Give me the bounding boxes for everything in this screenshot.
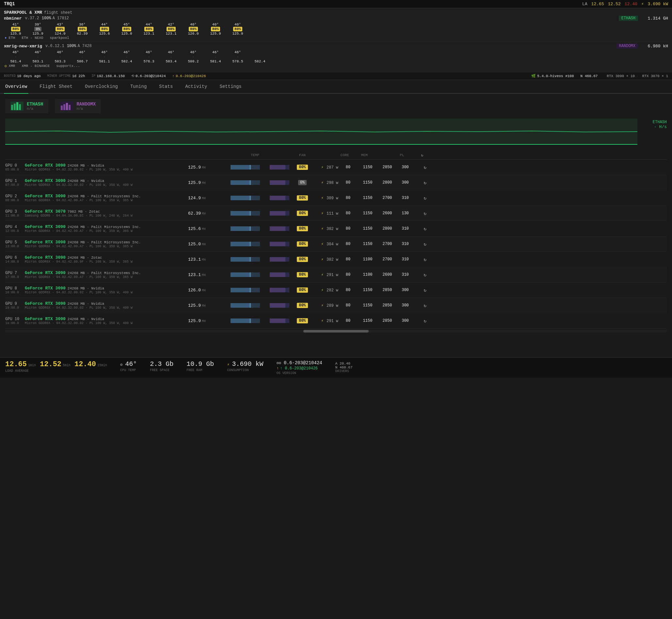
hashrate-mini-bar-line <box>250 180 250 185</box>
fan-mini-bar <box>270 288 289 292</box>
gpu-info-col: GeForce RTX 3070 7982 MB · Zotac Samsung… <box>25 209 188 217</box>
gpu-power-val: 291 w <box>326 319 338 323</box>
oc-icon[interactable]: ↻ <box>424 180 427 186</box>
fan-mini-bar-fill <box>270 288 285 292</box>
gpu-time: 1a:00.0 <box>5 322 25 325</box>
gpu-oc-col: ↻ <box>414 257 427 262</box>
hashrate-mini-bar-line <box>250 242 250 246</box>
gpu-fan-4: 80% <box>93 27 116 31</box>
gpu-hashrate-unit: MH <box>202 181 206 185</box>
tab-overview[interactable]: Overview <box>4 80 28 94</box>
gpu-temp-3: 36° <box>71 22 93 27</box>
scroll-thumb[interactable] <box>303 330 369 333</box>
oc-all-icon[interactable]: ↻ <box>421 153 423 157</box>
xmr-fan-10: - <box>227 55 249 59</box>
gpu-id-col: GPU 7 17:00.0 <box>5 271 25 279</box>
oc-icon[interactable]: ↻ <box>424 242 427 247</box>
gpu-spec1: 24268 MB · Nvidia <box>68 302 104 306</box>
oc-icon[interactable]: ↻ <box>424 165 427 170</box>
network-icon: ⟲ <box>131 74 134 78</box>
gpu-temp-4: 44° <box>93 22 116 27</box>
table-row: GPU 9 19:00.0 GeForce RTX 3090 24268 MB … <box>5 298 667 313</box>
hive-update-row: ↑ ↑ 0.6-203@210426 <box>277 366 322 371</box>
oc-icon[interactable]: ↻ <box>424 272 427 278</box>
fan-mini-bar <box>270 196 289 200</box>
oc-icon[interactable]: ↻ <box>424 226 427 231</box>
hashrate-mini-bar-fill <box>231 165 251 169</box>
hashrate-mini-bar-line <box>250 303 250 308</box>
hashrate-mini-bar-line <box>250 288 250 292</box>
gpu-table: TEMP FAN CORE MEM PL ↻ GPU 0 05:00.0 GeF… <box>5 151 667 329</box>
gpu-power-val: 282 w <box>326 288 338 293</box>
hashrate-mini-bar <box>231 180 260 185</box>
gpu-hashrate-val: 125.9 <box>188 303 201 308</box>
cpu-icon: ⚙ <box>120 362 123 367</box>
gpu-fan-val: 80% <box>297 164 308 170</box>
gpu-oc-col: ↻ <box>414 242 427 247</box>
pool-1: sparkpool <box>50 36 69 40</box>
tab-tuning[interactable]: Tuning <box>129 80 148 94</box>
gpu-fan-col: 80% <box>289 303 315 308</box>
gpu-hashrate-col: 125.6 MH <box>188 226 231 231</box>
randomx-chart-icon <box>61 102 72 110</box>
gpu-hashrate-val: 126.0 <box>188 288 201 293</box>
xmr-fan-2: - <box>49 55 71 59</box>
status-ip: IP 192.168.8.150 <box>91 74 125 78</box>
tab-settings[interactable]: Settings <box>218 80 243 94</box>
tab-flight-sheet[interactable]: Flight Sheet <box>38 80 74 94</box>
tab-activity[interactable]: Activity <box>184 80 208 94</box>
randomx-card-info: RANDOMX n/a <box>76 101 96 111</box>
gpu-pl-col: 310 <box>397 257 414 262</box>
status-update: ↑ 0.6-203@210426 <box>172 74 206 78</box>
gpu-mem-col: 1150 <box>358 242 377 246</box>
gpu-time: 12:00.0 <box>5 229 25 233</box>
miner-pct-1: 100% <box>42 16 51 20</box>
oc-icon[interactable]: ↻ <box>424 288 427 293</box>
gpu-oc-col: ↻ <box>414 318 427 324</box>
tab-overclocking[interactable]: Overclocking <box>84 80 119 94</box>
oc-icon[interactable]: ↻ <box>424 257 427 262</box>
hive-update-val: ↑ 0.6-203@210426 <box>280 366 318 371</box>
svg-rect-6 <box>66 103 68 110</box>
gpu-power-val: 287 w <box>326 165 338 170</box>
gpu-pl-col: 300 <box>397 165 414 169</box>
oc-icon[interactable]: ↻ <box>424 303 427 308</box>
oc-icon[interactable]: ↻ <box>424 319 427 324</box>
gpu-hashrate-unit: MH <box>202 166 206 169</box>
gpu-power-col: ⚡ 111 w <box>315 211 338 216</box>
power-bolt-icon: ⚡ <box>321 211 323 216</box>
gpu-hashrate-unit: MH <box>202 258 206 262</box>
os-version-value: 0.6-203@210424 <box>284 360 322 365</box>
free-ram-value: 10.9 Gb <box>186 360 214 368</box>
oc-icon[interactable]: ↻ <box>424 211 427 216</box>
xmr-temp-0: 46° <box>5 50 27 55</box>
gpu-core-col: 80 <box>338 180 358 185</box>
gpu-core-col: 80 <box>338 257 358 262</box>
free-space-metric: 2.3 Gb FREE SPACE <box>150 360 173 372</box>
gpu-power-col: ⚡ 291 w <box>315 272 338 277</box>
gpu-time: 08:00.0 <box>5 199 25 202</box>
gpu-spec1: 24268 MB · Nvidia <box>68 317 104 321</box>
miner-sw-2: xmrig-new-xmrig <box>4 44 42 49</box>
hashrate-mini-bar-fill <box>231 196 251 200</box>
hashrate-mini-bar-fill <box>231 211 251 216</box>
gpu-model-name: GeForce RTX 3090 <box>25 224 66 229</box>
scroll-bar-area[interactable] <box>5 330 667 333</box>
gpu-hashrate-col: 125.9 MH <box>188 165 231 170</box>
gpu-hashrate-val: 123.1 <box>188 257 201 262</box>
gpu-hash-val-5: 125.0 <box>116 31 138 36</box>
hashrate-mini-bar-fill <box>231 272 251 277</box>
gpu-model-name: GeForce RTX 3090 <box>25 178 66 183</box>
gpu-hashrate-col: 125.9 MH <box>188 303 231 308</box>
miner-sw-1: nbminer <box>4 16 22 21</box>
gpu-core-col: 80 <box>338 226 358 231</box>
status-bar: BOOTED 10 days ago MINER UPTIME 1d 22h I… <box>0 72 672 80</box>
oc-icon[interactable]: ↻ <box>424 196 427 201</box>
xmr-temp-4: 46° <box>93 50 116 55</box>
gpu-info-col: GeForce RTX 3090 24268 MB · Nvidia Micro… <box>25 317 188 325</box>
power-bolt-icon: ⚡ <box>321 227 323 231</box>
gpu-mem-col: 1150 <box>358 165 377 169</box>
tab-stats[interactable]: Stats <box>158 80 174 94</box>
hive-icon: 🌿 <box>531 74 536 78</box>
gpu-hashrate-unit: MH <box>202 227 206 231</box>
